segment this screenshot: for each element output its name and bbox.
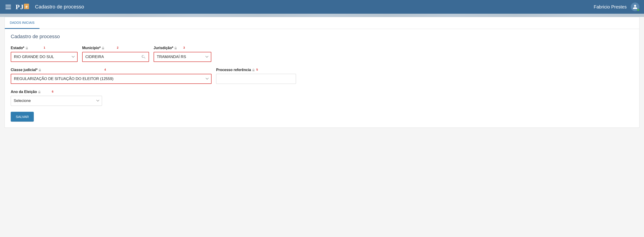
label-jurisdicao: Jurisdição* <box>154 46 211 50</box>
label-estado-text: Estado* <box>11 46 24 50</box>
select-estado[interactable]: RIO GRANDE DO SUL <box>11 52 78 62</box>
select-jurisdicao-value: TRAMANDAÍ RS <box>157 55 186 59</box>
combobox-municipio-value: CIDREIRA <box>85 55 104 59</box>
chevron-down-icon <box>206 78 208 80</box>
field-municipio: 2 Município* CIDREIRA <box>82 46 149 62</box>
annotation-6: 6 <box>52 90 54 93</box>
select-jurisdicao[interactable]: TRAMANDAÍ RS <box>154 52 211 62</box>
decorative-divider <box>0 14 644 17</box>
select-estado-value: RIO GRANDE DO SUL <box>14 55 54 59</box>
lock-icon <box>38 91 40 93</box>
label-municipio: Município* <box>82 46 149 50</box>
select-ano-value: Selecione <box>14 99 31 103</box>
annotation-4: 4 <box>104 68 106 71</box>
field-jurisdicao: 3 Jurisdição* TRAMANDAÍ RS <box>154 46 211 62</box>
save-button[interactable]: SALVAR <box>11 112 34 122</box>
menu-hamburger-icon[interactable] <box>4 4 12 10</box>
form-row-1: 1 Estado* RIO GRANDE DO SUL 2 Município* <box>11 46 633 62</box>
select-ano-eleicao[interactable]: Selecione <box>11 96 102 106</box>
form-title: Cadastro de processo <box>11 34 633 40</box>
label-processo-referencia: Processo referência <box>216 68 296 72</box>
lock-icon <box>39 69 41 71</box>
combobox-municipio[interactable]: CIDREIRA <box>82 52 149 62</box>
app-header: P J e Cadastro de processo Fabricio Pres… <box>0 0 644 14</box>
label-classe-judicial: Classe judicial* <box>11 68 212 72</box>
form-area: Cadastro de processo 1 Estado* RIO GRAND… <box>5 29 639 128</box>
annotation-5: 5 <box>256 68 258 71</box>
label-municipio-text: Município* <box>82 46 101 50</box>
label-ano-text: Ano da Eleição <box>11 90 37 94</box>
user-name[interactable]: Fabricio Prestes <box>594 4 627 10</box>
field-processo-referencia: 5 Processo referência <box>216 68 296 84</box>
label-processo-ref-text: Processo referência <box>216 68 251 72</box>
field-estado: 1 Estado* RIO GRANDE DO SUL <box>11 46 78 62</box>
field-ano-eleicao: 6 Ano da Eleição Selecione <box>11 90 102 106</box>
app-logo[interactable]: P J e <box>16 3 29 11</box>
user-icon <box>632 4 638 9</box>
content-wrapper: DADOS INICIAIS Cadastro de processo 1 Es… <box>0 17 644 132</box>
tab-dados-iniciais[interactable]: DADOS INICIAIS <box>5 17 40 29</box>
chevron-down-icon <box>206 56 208 58</box>
annotation-2: 2 <box>117 46 118 49</box>
search-icon <box>142 55 146 59</box>
annotation-1: 1 <box>44 46 45 49</box>
chevron-down-icon <box>72 56 74 58</box>
status-indicator-online <box>637 9 639 11</box>
header-right: Fabricio Prestes <box>594 3 640 11</box>
logo-letter-e: e <box>24 4 29 9</box>
input-processo-referencia[interactable] <box>216 74 296 84</box>
main-card: DADOS INICIAIS Cadastro de processo 1 Es… <box>4 17 640 128</box>
page-title: Cadastro de processo <box>35 4 84 10</box>
lock-icon <box>252 69 255 71</box>
logo-letter-p: P <box>16 3 20 11</box>
lock-icon <box>102 47 104 49</box>
header-left: P J e Cadastro de processo <box>4 3 84 11</box>
field-classe-judicial: 4 Classe judicial* REGULARIZAÇÃO DE SITU… <box>11 68 212 84</box>
select-classe-judicial[interactable]: REGULARIZAÇÃO DE SITUAÇÃO DO ELEITOR (12… <box>11 74 212 84</box>
form-row-2: 4 Classe judicial* REGULARIZAÇÃO DE SITU… <box>11 68 633 84</box>
tab-bar: DADOS INICIAIS <box>5 17 639 29</box>
avatar[interactable] <box>631 3 640 11</box>
chevron-down-icon <box>96 99 99 102</box>
label-jurisdicao-text: Jurisdição* <box>154 46 173 50</box>
annotation-3: 3 <box>183 46 185 49</box>
label-classe-text: Classe judicial* <box>11 68 38 72</box>
select-classe-value: REGULARIZAÇÃO DE SITUAÇÃO DO ELEITOR (12… <box>14 77 114 81</box>
lock-icon <box>174 47 177 49</box>
form-row-3: 6 Ano da Eleição Selecione <box>11 90 633 106</box>
lock-icon <box>26 47 28 49</box>
label-ano-eleicao: Ano da Eleição <box>11 90 102 94</box>
logo-letter-j: J <box>20 3 24 11</box>
